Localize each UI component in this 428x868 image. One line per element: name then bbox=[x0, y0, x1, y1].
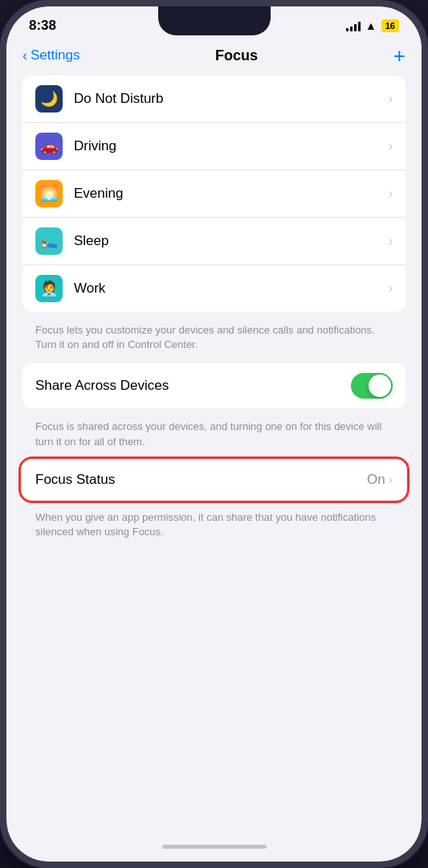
page-title: Focus bbox=[215, 47, 258, 64]
chevron-icon: › bbox=[389, 92, 393, 106]
evening-label: Evening bbox=[74, 186, 389, 202]
share-devices-description: Focus is shared across your devices, and… bbox=[22, 415, 406, 460]
sleep-label: Sleep bbox=[74, 233, 389, 249]
focus-status-description: When you give an app permission, it can … bbox=[22, 506, 406, 551]
work-label: Work bbox=[74, 280, 389, 297]
signal-bar-3 bbox=[354, 24, 357, 31]
share-devices-group: Share Across Devices bbox=[22, 363, 406, 408]
focus-status-value: On bbox=[367, 472, 385, 488]
back-chevron-icon: ‹ bbox=[22, 47, 27, 64]
nav-bar: ‹ Settings Focus + bbox=[6, 39, 422, 76]
content-area: 🌙 Do Not Disturb › 🚗 Driving › 🌅 Evening… bbox=[6, 76, 422, 551]
list-item[interactable]: 🚗 Driving › bbox=[22, 123, 406, 170]
add-button[interactable]: + bbox=[393, 45, 406, 66]
do-not-disturb-icon: 🌙 bbox=[35, 85, 63, 113]
share-devices-toggle[interactable] bbox=[351, 373, 393, 399]
list-item[interactable]: 🌙 Do Not Disturb › bbox=[22, 76, 406, 123]
focus-status-row[interactable]: Focus Status On › bbox=[22, 461, 406, 499]
focus-items-group: 🌙 Do Not Disturb › 🚗 Driving › 🌅 Evening… bbox=[22, 76, 406, 312]
share-devices-row: Share Across Devices bbox=[22, 363, 406, 408]
status-icons: ▲ 16 bbox=[346, 19, 399, 32]
share-devices-label: Share Across Devices bbox=[35, 378, 351, 394]
home-indicator bbox=[162, 845, 267, 849]
list-item[interactable]: 🛌 Sleep › bbox=[22, 218, 406, 265]
toggle-knob bbox=[369, 375, 391, 397]
chevron-icon: › bbox=[389, 234, 393, 248]
focus-status-label: Focus Status bbox=[35, 472, 367, 488]
list-item[interactable]: 🌅 Evening › bbox=[22, 170, 406, 218]
work-icon: 🧑‍💼 bbox=[35, 275, 63, 302]
signal-bar-4 bbox=[358, 22, 361, 31]
phone-frame: 8:38 ▲ 16 ‹ Settings Focus + bbox=[0, 0, 428, 868]
sleep-icon: 🛌 bbox=[35, 227, 63, 255]
focus-status-chevron-icon: › bbox=[389, 473, 393, 487]
wifi-icon: ▲ bbox=[365, 19, 377, 32]
battery-icon: 16 bbox=[381, 19, 399, 32]
chevron-icon: › bbox=[389, 186, 393, 201]
focus-status-group: Focus Status On › bbox=[22, 461, 406, 499]
evening-icon: 🌅 bbox=[35, 180, 63, 207]
chevron-icon: › bbox=[389, 139, 393, 154]
driving-label: Driving bbox=[74, 138, 389, 154]
notch bbox=[158, 6, 271, 35]
back-button[interactable]: ‹ Settings bbox=[22, 47, 79, 64]
status-time: 8:38 bbox=[29, 18, 56, 34]
do-not-disturb-label: Do Not Disturb bbox=[74, 91, 389, 107]
back-label: Settings bbox=[31, 47, 79, 63]
focus-description: Focus lets you customize your devices an… bbox=[22, 318, 406, 363]
phone-screen: 8:38 ▲ 16 ‹ Settings Focus + bbox=[6, 6, 422, 862]
signal-bar-2 bbox=[350, 27, 353, 31]
signal-bar-1 bbox=[346, 28, 349, 31]
list-item[interactable]: 🧑‍💼 Work › bbox=[22, 265, 406, 312]
driving-icon: 🚗 bbox=[35, 133, 63, 160]
chevron-icon: › bbox=[389, 281, 393, 296]
signal-bars-icon bbox=[346, 20, 361, 31]
